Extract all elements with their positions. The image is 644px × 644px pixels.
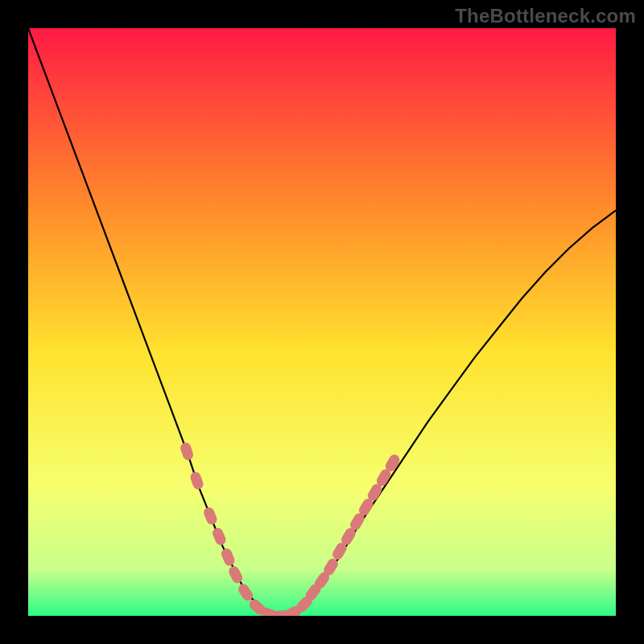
plot-area	[28, 28, 616, 616]
chart-svg	[28, 28, 616, 616]
watermark-text: TheBottleneck.com	[455, 5, 636, 27]
gradient-background	[28, 28, 616, 616]
chart-frame: TheBottleneck.com	[0, 0, 644, 644]
